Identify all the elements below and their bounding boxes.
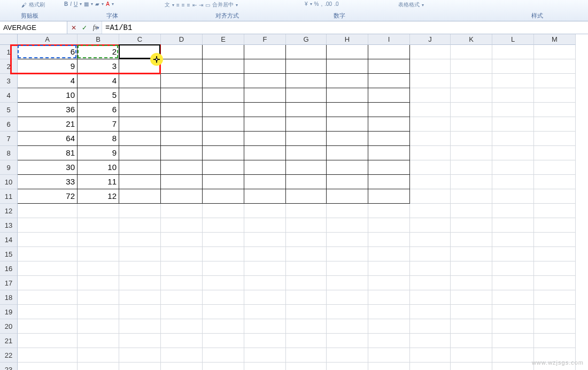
cell-K12[interactable] xyxy=(451,204,492,218)
row-header-14[interactable]: 14 xyxy=(0,233,18,247)
cell-F5[interactable] xyxy=(244,103,286,117)
cell-A10[interactable]: 33 xyxy=(18,175,78,189)
cell-H8[interactable] xyxy=(327,146,368,160)
cell-F3[interactable] xyxy=(244,74,286,88)
cell-M12[interactable] xyxy=(534,204,576,218)
cell-I9[interactable] xyxy=(368,160,410,175)
cell-C11[interactable] xyxy=(119,189,161,204)
cell-M4[interactable] xyxy=(534,88,576,103)
indent-dec-icon[interactable]: ⇤ xyxy=(192,2,197,8)
cell-L5[interactable] xyxy=(492,103,534,117)
col-header-H[interactable]: H xyxy=(327,34,368,45)
cell-H19[interactable] xyxy=(327,305,368,319)
cell-A13[interactable] xyxy=(18,218,78,233)
cell-I5[interactable] xyxy=(368,103,410,117)
cell-D10[interactable] xyxy=(161,175,203,189)
cell-B20[interactable] xyxy=(78,319,119,334)
cell-K14[interactable] xyxy=(451,233,492,247)
cell-G15[interactable] xyxy=(286,247,327,261)
cell-E12[interactable] xyxy=(203,204,244,218)
cell-M17[interactable] xyxy=(534,276,576,290)
cell-C15[interactable] xyxy=(119,247,161,261)
cell-J5[interactable] xyxy=(410,103,451,117)
row-header-13[interactable]: 13 xyxy=(0,218,18,233)
cell-E23[interactable] xyxy=(203,363,244,370)
cell-E7[interactable] xyxy=(203,132,244,146)
row-header-12[interactable]: 12 xyxy=(0,204,18,218)
cell-F22[interactable] xyxy=(244,348,286,363)
cell-C16[interactable] xyxy=(119,261,161,276)
cell-B15[interactable] xyxy=(78,247,119,261)
cell-H7[interactable] xyxy=(327,132,368,146)
cell-E22[interactable] xyxy=(203,348,244,363)
ruby-icon[interactable]: 文 xyxy=(165,1,170,9)
cell-D16[interactable] xyxy=(161,261,203,276)
cell-D18[interactable] xyxy=(161,290,203,305)
cell-L21[interactable] xyxy=(492,334,534,348)
font-color-icon[interactable]: A xyxy=(106,1,110,7)
cell-M15[interactable] xyxy=(534,247,576,261)
cell-A1[interactable]: 6 xyxy=(18,45,78,59)
comma-icon[interactable]: , xyxy=(321,1,322,7)
cell-B18[interactable] xyxy=(78,290,119,305)
cell-J2[interactable] xyxy=(410,59,451,74)
cell-J14[interactable] xyxy=(410,233,451,247)
cell-A21[interactable] xyxy=(18,334,78,348)
border-icon[interactable]: ▦ xyxy=(84,1,89,7)
cell-B1[interactable]: 2 xyxy=(78,45,119,59)
cell-J9[interactable] xyxy=(410,160,451,175)
inc-decimal-icon[interactable]: .00 xyxy=(324,1,332,7)
cell-J16[interactable] xyxy=(410,261,451,276)
cell-J15[interactable] xyxy=(410,247,451,261)
cell-J19[interactable] xyxy=(410,305,451,319)
cell-H13[interactable] xyxy=(327,218,368,233)
cell-L17[interactable] xyxy=(492,276,534,290)
cell-E3[interactable] xyxy=(203,74,244,88)
cell-J18[interactable] xyxy=(410,290,451,305)
cell-J17[interactable] xyxy=(410,276,451,290)
cell-C20[interactable] xyxy=(119,319,161,334)
cell-G7[interactable] xyxy=(286,132,327,146)
cell-A2[interactable]: 9 xyxy=(18,59,78,74)
cell-L23[interactable] xyxy=(492,363,534,370)
cell-L19[interactable] xyxy=(492,305,534,319)
cell-A17[interactable] xyxy=(18,276,78,290)
cell-M3[interactable] xyxy=(534,74,576,88)
cell-J22[interactable] xyxy=(410,348,451,363)
cell-J23[interactable] xyxy=(410,363,451,370)
cell-L8[interactable] xyxy=(492,146,534,160)
italic-icon[interactable]: I xyxy=(70,1,72,7)
cell-H5[interactable] xyxy=(327,103,368,117)
cell-B6[interactable]: 7 xyxy=(78,117,119,132)
row-header-1[interactable]: 1 xyxy=(0,45,18,59)
align-left-icon[interactable]: ≡ xyxy=(176,2,180,8)
cell-H11[interactable] xyxy=(327,189,368,204)
cell-M21[interactable] xyxy=(534,334,576,348)
merge-icon[interactable]: ▭ xyxy=(205,2,210,8)
cell-A3[interactable]: 4 xyxy=(18,74,78,88)
cell-L1[interactable] xyxy=(492,45,534,59)
cell-D8[interactable] xyxy=(161,146,203,160)
cell-L4[interactable] xyxy=(492,88,534,103)
cell-G4[interactable] xyxy=(286,88,327,103)
cell-I21[interactable] xyxy=(368,334,410,348)
cell-E14[interactable] xyxy=(203,233,244,247)
cell-G16[interactable] xyxy=(286,261,327,276)
cell-G5[interactable] xyxy=(286,103,327,117)
cell-J6[interactable] xyxy=(410,117,451,132)
cell-E9[interactable] xyxy=(203,160,244,175)
cell-C19[interactable] xyxy=(119,305,161,319)
row-header-22[interactable]: 22 xyxy=(0,348,18,363)
cell-C8[interactable] xyxy=(119,146,161,160)
col-header-E[interactable]: E xyxy=(203,34,244,45)
col-header-K[interactable]: K xyxy=(451,34,492,45)
cell-B10[interactable]: 11 xyxy=(78,175,119,189)
cell-K5[interactable] xyxy=(451,103,492,117)
cell-M2[interactable] xyxy=(534,59,576,74)
row-header-4[interactable]: 4 xyxy=(0,88,18,103)
cells-area[interactable]: 62=A1/B19344105366217648819301033117212 xyxy=(18,45,588,370)
row-header-16[interactable]: 16 xyxy=(0,261,18,276)
cell-A9[interactable]: 30 xyxy=(18,160,78,175)
cell-G2[interactable] xyxy=(286,59,327,74)
cell-H1[interactable] xyxy=(327,45,368,59)
